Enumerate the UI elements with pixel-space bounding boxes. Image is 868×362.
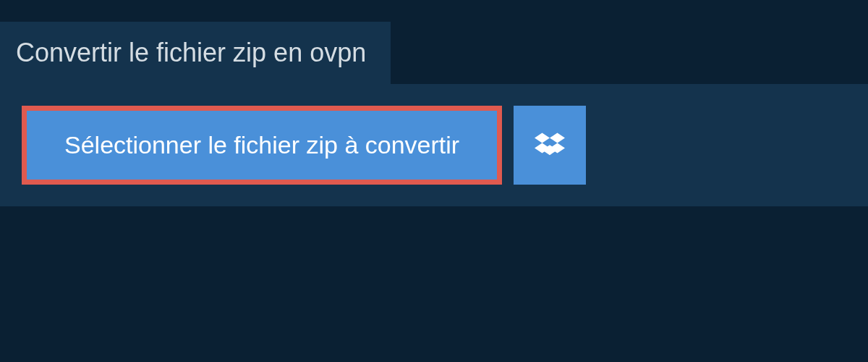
dropbox-button[interactable]: [514, 106, 586, 185]
upload-panel: Sélectionner le fichier zip à convertir: [0, 84, 868, 206]
select-file-button[interactable]: Sélectionner le fichier zip à convertir: [22, 106, 502, 185]
select-file-label: Sélectionner le fichier zip à convertir: [64, 131, 459, 159]
button-row: Sélectionner le fichier zip à convertir: [22, 106, 846, 185]
tab-header: Convertir le fichier zip en ovpn: [0, 22, 391, 84]
page-title: Convertir le fichier zip en ovpn: [16, 38, 366, 68]
dropbox-icon: [535, 130, 565, 161]
